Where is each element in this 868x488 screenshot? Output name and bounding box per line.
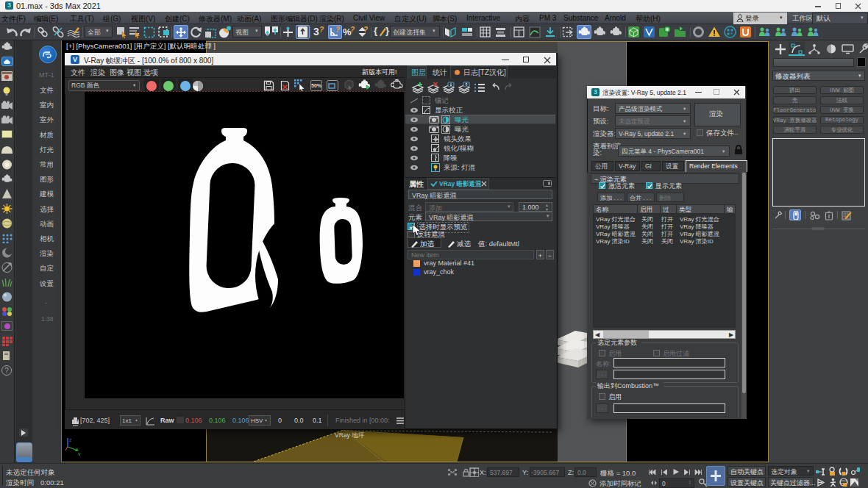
svg-text:y: y	[78, 451, 81, 456]
svg-text:z: z	[69, 437, 72, 442]
